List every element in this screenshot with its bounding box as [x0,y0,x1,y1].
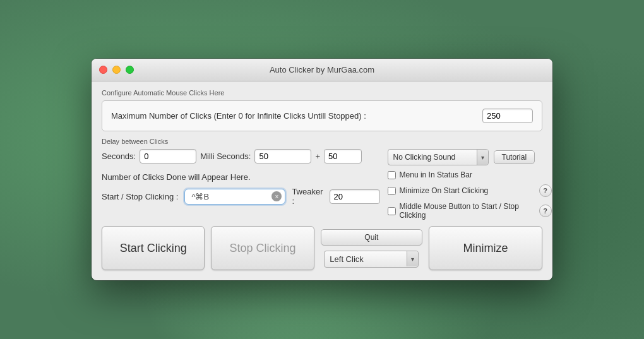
sound-select-wrapper: No Clicking Sound Click Sound 1 Click So… [388,149,489,165]
hotkey-label: Start / Stop Clicking : [102,192,178,201]
max-clicks-label: Maximum Number of Clicks (Enter 0 for In… [111,111,482,121]
tweaker-label: Tweaker : [292,187,323,206]
help-icon: ? [543,187,547,194]
sound-select-arrow-icon: ▾ [477,150,488,165]
delay-inputs-row: Seconds: Milli Seconds: + [102,149,380,164]
delay-section: Delay between Clicks Seconds: Milli Seco… [102,138,542,220]
middle-mouse-help-button[interactable]: ? [539,205,552,217]
minimize-help-button[interactable]: ? [539,184,552,197]
middle-mouse-row: Middle Mouse Button to Start / Stop Clic… [388,202,552,220]
minimize-window-button[interactable]: Minimize [429,226,542,270]
minimize-on-start-label: Minimize On Start Clicking [400,186,535,195]
tutorial-button[interactable]: Tutorial [494,150,535,164]
hotkey-input[interactable] [184,189,285,205]
milli-label: Milli Seconds: [200,152,251,161]
sound-select[interactable]: No Clicking Sound Click Sound 1 Click So… [388,151,477,164]
center-bottom: Quit Left Click Right Click Middle Click… [321,229,422,268]
right-controls: No Clicking Sound Click Sound 1 Click So… [388,149,552,220]
seconds-label: Seconds: [102,152,136,161]
status-bar-checkbox[interactable] [388,171,396,179]
bottom-row: Start Clicking Stop Clicking Quit Left C… [102,226,542,270]
quit-button[interactable]: Quit [321,229,422,246]
titlebar: Auto Clicker by MurGaa.com [92,59,552,81]
delay-left: Seconds: Milli Seconds: + Number of Clic… [102,149,380,206]
start-clicking-button[interactable]: Start Clicking [102,226,205,270]
plus-sign: + [315,152,320,161]
status-bar-row: Menu in In Status Bar [388,170,552,179]
maximize-button[interactable] [126,66,134,74]
middle-mouse-label: Middle Mouse Button to Start / Stop Clic… [400,202,535,220]
hotkey-wrapper: × [184,189,285,205]
max-clicks-panel: Maximum Number of Clicks (Enter 0 for In… [102,100,542,131]
configure-section-label: Configure Automatic Mouse Clicks Here [102,89,542,97]
click-type-arrow-icon: ▾ [407,251,418,266]
extra-input[interactable] [324,149,362,164]
status-bar-label: Menu in In Status Bar [400,170,472,179]
close-button[interactable] [99,66,107,74]
click-type-select[interactable]: Left Click Right Click Middle Click [325,251,407,267]
click-down-arrow-icon: ▾ [411,256,414,263]
down-arrow-icon: ▾ [481,154,484,161]
content-area: Configure Automatic Mouse Clicks Here Ma… [92,81,552,280]
click-type-wrapper: Left Click Right Click Middle Click ▾ [324,251,419,268]
help2-icon: ? [543,207,547,215]
minimize-on-start-row: Minimize On Start Clicking ? [388,184,552,197]
window-title: Auto Clicker by MurGaa.com [270,65,374,74]
main-window: Auto Clicker by MurGaa.com Configure Aut… [92,59,552,280]
seconds-input[interactable] [140,149,196,164]
minimize-on-start-checkbox[interactable] [388,187,396,195]
middle-mouse-checkbox[interactable] [388,207,396,215]
hotkey-row: Start / Stop Clicking : × Tweaker : [102,187,380,206]
max-clicks-input[interactable] [482,109,533,123]
milli-input[interactable] [254,149,311,164]
delay-section-label: Delay between Clicks [102,138,542,145]
minimize-button-tl[interactable] [112,66,121,74]
tweaker-input[interactable] [330,189,380,204]
close-icon: × [275,193,278,200]
sound-tutorial-row: No Clicking Sound Click Sound 1 Click So… [388,149,552,165]
max-clicks-row: Maximum Number of Clicks (Enter 0 for In… [111,109,533,123]
clicks-done-label: Number of Clicks Done will Appear Here. [102,172,380,182]
traffic-lights [99,66,134,74]
stop-clicking-button[interactable]: Stop Clicking [211,226,314,270]
